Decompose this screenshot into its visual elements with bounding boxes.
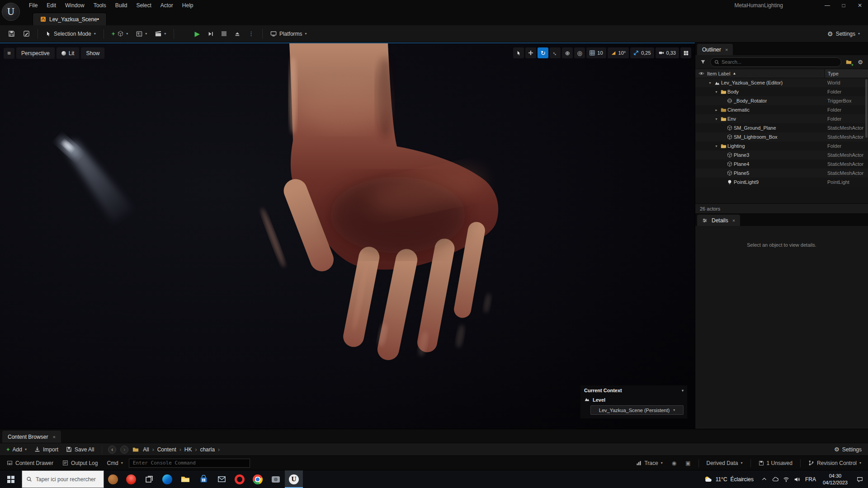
taskbar-search[interactable] — [22, 470, 104, 488]
taskbar-unreal-editor[interactable]: U — [285, 470, 303, 488]
outliner-row[interactable]: ▾EnvFolder — [695, 114, 868, 123]
grid-snap-control[interactable]: 10 — [586, 47, 606, 58]
minimize-button[interactable]: — — [819, 0, 835, 11]
tab-outliner[interactable]: Outliner × — [697, 44, 733, 55]
outliner-row[interactable]: ▾BodyFolder — [695, 87, 868, 96]
viewport-layout-button[interactable] — [680, 47, 691, 58]
visibility-eye-icon[interactable] — [695, 70, 707, 76]
close-button[interactable]: ✕ — [852, 0, 868, 11]
play-options-button[interactable]: ⋮ — [245, 27, 258, 41]
action-center-button[interactable] — [852, 470, 868, 488]
outliner-row[interactable]: SM_Lightroom_BoxStaticMeshActor — [695, 132, 868, 141]
navigate-forward-button[interactable]: › — [120, 446, 128, 454]
column-item-label[interactable]: Item Label ▲ — [707, 71, 825, 76]
outliner-filter-button[interactable] — [698, 57, 708, 66]
blueprints-button[interactable]: ▾ — [132, 27, 151, 41]
save-button[interactable] — [5, 27, 19, 41]
taskbar-microsoft-store[interactable] — [194, 470, 212, 488]
surface-snap-button[interactable]: ◎ — [574, 47, 585, 58]
taskbar-chrome[interactable] — [249, 470, 267, 488]
outliner-search-input[interactable] — [722, 59, 837, 65]
stop-button[interactable] — [218, 27, 230, 41]
outliner-search-box[interactable] — [710, 57, 841, 67]
outliner-settings-button[interactable]: ⚙ — [856, 57, 865, 66]
taskbar-red-browser-app[interactable] — [122, 470, 140, 488]
breadcrumb-content[interactable]: Content — [157, 446, 176, 453]
settings-dropdown[interactable]: ⚙ Settings ▾ — [824, 27, 863, 41]
breadcrumb-charla[interactable]: charla — [200, 446, 215, 453]
expander-icon[interactable]: ▾ — [707, 81, 713, 85]
menu-build[interactable]: Build — [111, 0, 132, 11]
unreal-logo[interactable]: U — [2, 3, 20, 21]
outliner-row[interactable]: PointLight9PointLight — [695, 178, 868, 187]
outliner-scrollbar[interactable] — [865, 79, 868, 138]
expander-icon[interactable]: ▾ — [713, 117, 719, 121]
show-dropdown[interactable]: Show — [81, 47, 104, 59]
taskbar-search-input[interactable] — [36, 476, 96, 483]
menu-select[interactable]: Select — [132, 0, 156, 11]
status-screenshot-button[interactable]: ▣ — [682, 458, 693, 469]
move-tool-button[interactable] — [525, 47, 536, 58]
asset-tab[interactable]: Lev_Yazkua_Scene• — [33, 13, 107, 25]
start-button[interactable] — [0, 470, 22, 488]
outliner-row[interactable]: ▾LightingFolder — [695, 141, 868, 150]
console-command-input[interactable] — [129, 459, 250, 468]
content-drawer-button[interactable]: Content Drawer — [4, 458, 57, 469]
angle-snap-control[interactable]: 10° — [608, 47, 629, 58]
skip-button[interactable] — [204, 27, 217, 41]
taskbar-mail[interactable] — [212, 470, 231, 488]
save-all-button[interactable]: Save All — [64, 444, 96, 455]
trace-dropdown[interactable]: Trace ▾ — [633, 458, 665, 469]
expander-icon[interactable]: ▾ — [713, 90, 719, 94]
outliner-row[interactable]: ▸CinematicFolder — [695, 105, 868, 114]
outliner-row[interactable]: Plane4StaticMeshActor — [695, 160, 868, 169]
taskbar-edge[interactable] — [158, 470, 176, 488]
scale-snap-control[interactable]: 0,25 — [630, 47, 654, 58]
cmd-dropdown[interactable]: Cmd ▾ — [104, 458, 126, 469]
network-icon[interactable] — [781, 470, 792, 488]
menu-tools[interactable]: Tools — [89, 0, 111, 11]
play-button[interactable]: ▶ — [191, 27, 203, 41]
import-button[interactable]: Import — [33, 444, 60, 455]
language-indicator[interactable]: FRA — [802, 470, 819, 488]
rotate-tool-button[interactable]: ↻ — [538, 47, 548, 58]
status-insights-button[interactable]: ◉ — [669, 458, 679, 469]
outliner-row[interactable]: _Body_RotatorTriggerBox — [695, 96, 868, 105]
breadcrumb-hk[interactable]: HK — [184, 446, 192, 453]
menu-window[interactable]: Window — [61, 0, 89, 11]
taskbar-weather[interactable]: 11°C Éclaircies — [698, 470, 759, 488]
context-level-dropdown[interactable]: Lev_Yazkua_Scene (Persistent) ▾ — [590, 405, 684, 415]
close-icon[interactable]: × — [732, 218, 735, 223]
content-browser-settings-button[interactable]: ⚙ Settings — [832, 444, 863, 455]
taskbar-file-explorer[interactable] — [176, 470, 194, 488]
launch-button[interactable] — [231, 27, 244, 41]
taskbar-opera[interactable] — [231, 470, 249, 488]
world-transform-button[interactable]: ⊕ — [562, 47, 573, 58]
cinematics-button[interactable]: ▾ — [151, 27, 170, 41]
viewport-scene[interactable] — [0, 43, 695, 429]
taskbar-clock[interactable]: 04:30 04/12/2023 — [819, 470, 852, 488]
add-button[interactable]: + Add ▾ — [5, 444, 28, 455]
taskbar-gingerbread-app[interactable] — [104, 470, 122, 488]
new-folder-button[interactable]: + — [844, 57, 853, 66]
expander-icon[interactable]: ▸ — [713, 108, 719, 112]
menu-actor[interactable]: Actor — [156, 0, 178, 11]
view-mode-dropdown[interactable]: Lit — [57, 47, 80, 59]
onedrive-cloud-icon[interactable] — [770, 470, 781, 488]
breadcrumb-all[interactable]: All — [143, 446, 149, 453]
menu-help[interactable]: Help — [178, 0, 198, 11]
taskbar-task-view[interactable] — [140, 470, 158, 488]
outliner-row[interactable]: Plane3StaticMeshActor — [695, 150, 868, 160]
quick-add-button[interactable]: + ▾ — [108, 27, 132, 41]
navigate-back-button[interactable]: ‹ — [108, 446, 116, 454]
maximize-button[interactable]: □ — [835, 0, 852, 11]
revision-control-dropdown[interactable]: Revision Control ▾ — [805, 458, 864, 469]
output-log-button[interactable]: Output Log — [59, 458, 101, 469]
menu-file[interactable]: File — [24, 0, 42, 11]
taskbar-capture-tool[interactable] — [267, 470, 285, 488]
close-icon[interactable]: × — [52, 434, 55, 440]
derived-data-dropdown[interactable]: Derived Data ▾ — [703, 458, 746, 469]
tab-content-browser[interactable]: Content Browser × — [2, 431, 61, 443]
close-icon[interactable]: × — [725, 47, 728, 52]
scale-tool-button[interactable]: ↔ — [550, 47, 561, 58]
